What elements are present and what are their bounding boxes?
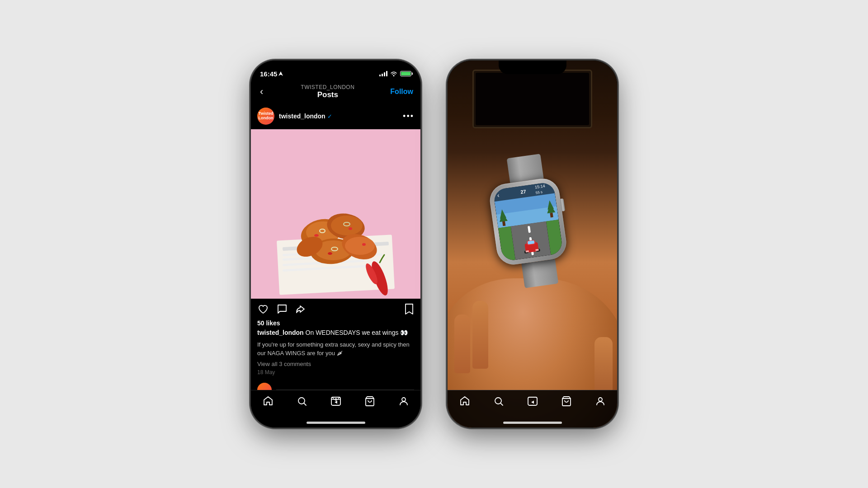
svg-marker-0 xyxy=(278,71,283,76)
header-center: TWISTED_LONDON Posts xyxy=(265,84,390,99)
shop-icon xyxy=(364,396,375,407)
nav-shop-button[interactable] xyxy=(364,396,375,407)
food-image xyxy=(251,129,420,299)
svg-text:27: 27 xyxy=(520,188,526,195)
phone-right: ‹ 27 15:14 55 s xyxy=(448,61,617,427)
watch-screen: ‹ 27 15:14 55 s xyxy=(493,182,563,262)
watch-band-bottom xyxy=(521,259,558,288)
tv-unit xyxy=(472,70,592,128)
signal-icon xyxy=(379,71,387,76)
status-icons xyxy=(379,71,411,76)
caption-body: If you're up for something extra saucy, … xyxy=(257,340,414,358)
svg-point-17 xyxy=(345,237,375,255)
reels-icon xyxy=(330,396,341,407)
likes-count: 50 likes xyxy=(257,319,414,327)
nav-home-button-right[interactable] xyxy=(459,396,470,408)
caption: twisted_london On WEDNESDAYS we eat wing… xyxy=(257,328,414,338)
username-row: twisted_london ✓ xyxy=(279,113,332,120)
tv-screen xyxy=(476,73,589,125)
nav-search-button-right[interactable] xyxy=(493,396,504,408)
phone-screen-right: ‹ 27 15:14 55 s xyxy=(448,61,617,427)
svg-point-23 xyxy=(349,227,352,230)
like-button[interactable] xyxy=(257,303,269,315)
shop-icon-right xyxy=(561,396,572,407)
bookmark-button[interactable] xyxy=(404,303,414,315)
avatar[interactable]: TwistedLondon xyxy=(257,108,274,125)
next-post-avatar xyxy=(257,383,272,390)
home-icon-right xyxy=(459,396,470,407)
svg-rect-60 xyxy=(528,397,537,405)
home-indicator-right xyxy=(503,422,562,424)
time-display: 16:45 xyxy=(260,70,277,78)
svg-point-24 xyxy=(328,252,332,255)
home-indicator xyxy=(307,422,365,424)
comment-button[interactable] xyxy=(276,303,288,315)
verified-badge: ✓ xyxy=(327,113,332,120)
more-options-button[interactable]: ••• xyxy=(403,112,414,121)
phone-left: 16:45 xyxy=(251,61,420,427)
post-date: 18 May xyxy=(257,369,414,375)
svg-line-59 xyxy=(500,403,503,405)
search-icon xyxy=(297,396,307,407)
caption-text-main: On WEDNESDAYS we eat wings 👀 xyxy=(304,329,408,336)
follow-button[interactable]: Follow xyxy=(390,88,413,96)
post-header-left: TwistedLondon twisted_london ✓ xyxy=(257,108,332,125)
share-button[interactable] xyxy=(295,303,307,315)
location-arrow-icon xyxy=(278,71,283,76)
wifi-icon xyxy=(390,71,397,76)
nav-profile-button[interactable] xyxy=(398,396,409,407)
post-actions xyxy=(251,299,420,319)
thumb xyxy=(594,337,613,391)
search-icon-right xyxy=(493,396,504,407)
svg-point-31 xyxy=(402,398,406,401)
profile-icon xyxy=(398,396,409,407)
car-game: ‹ 27 15:14 55 s xyxy=(493,182,563,262)
post-header: TwistedLondon twisted_london ✓ ••• xyxy=(251,103,420,129)
watch-scene: ‹ 27 15:14 55 s xyxy=(448,61,617,427)
instagram-app: 16:45 xyxy=(251,61,420,427)
notch xyxy=(302,61,370,74)
svg-line-27 xyxy=(304,403,306,405)
battery-icon xyxy=(400,71,411,76)
next-post-hint xyxy=(251,379,420,390)
svg-point-22 xyxy=(314,234,319,237)
phone-screen-left: 16:45 xyxy=(251,61,420,427)
profile-icon-right xyxy=(595,396,606,407)
account-name: TWISTED_LONDON xyxy=(265,84,390,90)
nav-shop-button-right[interactable] xyxy=(561,396,572,408)
post-container: TwistedLondon twisted_london ✓ ••• xyxy=(251,103,420,390)
nav-search-button[interactable] xyxy=(297,396,307,407)
status-time: 16:45 xyxy=(260,70,283,78)
home-icon xyxy=(263,396,274,407)
nav-profile-button-right[interactable] xyxy=(595,396,606,408)
watch-case: ‹ 27 15:14 55 s xyxy=(487,176,568,267)
posts-title: Posts xyxy=(265,90,390,99)
username[interactable]: twisted_london xyxy=(279,113,326,120)
reels-icon-right xyxy=(527,396,538,407)
post-image xyxy=(251,129,420,299)
post-info: 50 likes twisted_london On WEDNESDAYS we… xyxy=(251,319,420,379)
back-button[interactable]: ‹ xyxy=(258,84,265,99)
finger-1 xyxy=(454,314,470,373)
ig-header: ‹ TWISTED_LONDON Posts Follow xyxy=(251,80,420,103)
nav-reels-button[interactable] xyxy=(330,396,341,407)
svg-point-62 xyxy=(599,398,602,401)
notch-right xyxy=(499,61,566,74)
view-comments-link[interactable]: View all 3 comments xyxy=(257,361,414,367)
nav-home-button[interactable] xyxy=(263,396,274,407)
nav-reels-button-right[interactable] xyxy=(527,396,538,408)
watch-crown-button xyxy=(560,198,565,211)
finger-2 xyxy=(472,301,488,369)
svg-point-25 xyxy=(362,243,366,246)
caption-username[interactable]: twisted_london xyxy=(257,329,304,336)
